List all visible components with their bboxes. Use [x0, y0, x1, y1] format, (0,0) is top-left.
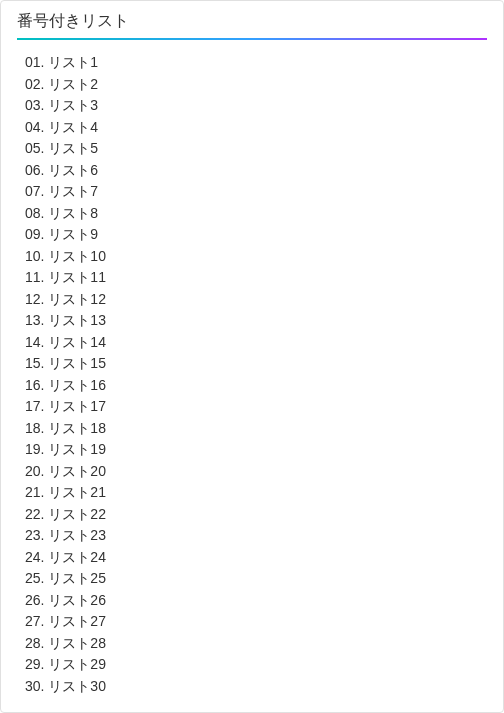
list-item: リスト11 — [25, 267, 487, 289]
list-heading: 番号付きリスト — [17, 11, 487, 40]
list-item: リスト7 — [25, 181, 487, 203]
list-item: リスト25 — [25, 568, 487, 590]
list-item: リスト17 — [25, 396, 487, 418]
list-item: リスト4 — [25, 117, 487, 139]
list-item: リスト22 — [25, 504, 487, 526]
list-item: リスト30 — [25, 676, 487, 698]
list-item: リスト19 — [25, 439, 487, 461]
list-item: リスト18 — [25, 418, 487, 440]
list-item: リスト12 — [25, 289, 487, 311]
list-item: リスト16 — [25, 375, 487, 397]
list-item: リスト5 — [25, 138, 487, 160]
list-item: リスト23 — [25, 525, 487, 547]
list-item: リスト20 — [25, 461, 487, 483]
list-item: リスト13 — [25, 310, 487, 332]
list-item: リスト6 — [25, 160, 487, 182]
numbered-list-card: 番号付きリスト リスト1 リスト2 リスト3 リスト4 リスト5 リスト6 リス… — [0, 0, 504, 713]
list-item: リスト9 — [25, 224, 487, 246]
list-item: リスト28 — [25, 633, 487, 655]
list-item: リスト8 — [25, 203, 487, 225]
list-item: リスト29 — [25, 654, 487, 676]
numbered-list: リスト1 リスト2 リスト3 リスト4 リスト5 リスト6 リスト7 リスト8 … — [17, 52, 487, 697]
list-item: リスト1 — [25, 52, 487, 74]
list-item: リスト10 — [25, 246, 487, 268]
list-item: リスト15 — [25, 353, 487, 375]
list-item: リスト24 — [25, 547, 487, 569]
list-item: リスト27 — [25, 611, 487, 633]
list-item: リスト14 — [25, 332, 487, 354]
list-item: リスト2 — [25, 74, 487, 96]
list-item: リスト21 — [25, 482, 487, 504]
list-item: リスト3 — [25, 95, 487, 117]
list-item: リスト26 — [25, 590, 487, 612]
